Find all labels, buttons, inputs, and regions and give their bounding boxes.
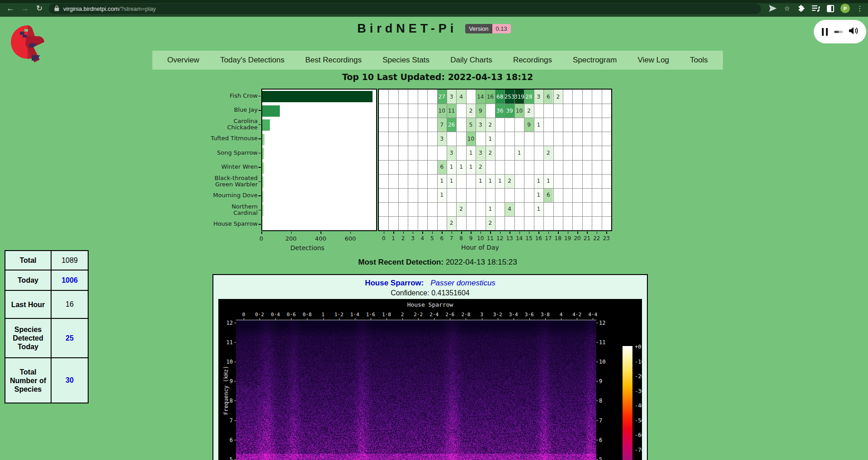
stats-value[interactable]: 1006 [51, 270, 88, 290]
nav-item-tools[interactable]: Tools [690, 56, 708, 65]
hour-label-1: 1 [392, 235, 395, 242]
stats-value[interactable]: 25 [51, 318, 88, 358]
spectro-time-tick-20 [561, 318, 561, 320]
heatmap-hline [379, 174, 611, 175]
spectro-freq-label-left-9: 9 [222, 378, 233, 384]
spectrogram-image: House Sparrow Frequency (kHz) 00·20·40·6… [218, 299, 642, 460]
bar-3 [262, 134, 264, 145]
nav-item-daily-charts[interactable]: Daily Charts [450, 56, 492, 65]
window-top-strip [0, 0, 868, 3]
heatmap-cell-r6-h12: 1 [495, 174, 505, 188]
nav-item-best-recordings[interactable]: Best Recordings [305, 56, 362, 65]
spectro-time-label-19: 3·8 [541, 312, 550, 318]
spectro-time-tick-4 [307, 318, 307, 320]
stats-row-today: Today1006 [5, 270, 88, 290]
heatmap-cell-r0-h16: 3 [534, 90, 543, 104]
spectro-time-tick-10 [402, 318, 403, 320]
reload-icon[interactable]: ↻ [34, 4, 44, 13]
stats-value[interactable]: 30 [51, 358, 88, 403]
spectro-time-label-4: 0·8 [302, 312, 311, 318]
species-tick-1 [259, 110, 261, 111]
version-value: 0.13 [492, 24, 511, 33]
spectro-freq-label-left-8: 8 [222, 398, 233, 404]
stats-row-total: Total1089 [5, 251, 88, 270]
heatmap-cell-r2-h6: 7 [437, 118, 447, 132]
spectro-time-tick-1 [259, 318, 260, 320]
hour-tick-10 [481, 232, 481, 234]
species-common-link[interactable]: House Sparrow: [365, 279, 424, 287]
nav-item-overview[interactable]: Overview [167, 56, 199, 65]
spectro-time-tick-13 [450, 318, 450, 320]
species-latin-link[interactable]: Passer domesticus [430, 279, 495, 287]
heatmap-cell-r8-h11: 1 [486, 202, 495, 216]
heatmap-cell-r1-h15: 2 [524, 104, 533, 118]
spectro-time-tick-16 [498, 318, 498, 320]
extensions-puzzle-icon[interactable] [797, 4, 806, 13]
hour-label-5: 5 [430, 235, 434, 242]
spectro-time-tick-21 [577, 318, 577, 320]
bar-5 [262, 162, 264, 174]
audio-seek-slider[interactable] [834, 31, 843, 33]
spectro-freq-label-right-10: 10 [599, 359, 610, 365]
spectro-time-tick-8 [371, 318, 371, 320]
speaker-icon[interactable] [849, 27, 858, 37]
profile-avatar[interactable]: P [840, 4, 850, 13]
bar-1 [262, 105, 280, 117]
bar-xtick-0 [261, 232, 262, 234]
heatmap-cell-r6-h6: 1 [437, 174, 447, 188]
spectro-db-label-0: +0 [635, 344, 641, 350]
side-panel-icon[interactable] [826, 4, 835, 13]
spectro-freq-label-right-8: 8 [599, 398, 610, 404]
nav-item-spectrogram[interactable]: Spectrogram [573, 56, 617, 65]
spectro-time-tick-14 [466, 318, 466, 320]
bookmark-star-icon[interactable]: ☆ [783, 4, 792, 13]
spectro-freq-label-left-6: 6 [222, 437, 233, 443]
heatmap-cell-r4-h7: 3 [447, 146, 456, 160]
menu-dots-icon[interactable]: ⋮ [855, 4, 864, 13]
nav-item-today-s-detections[interactable]: Today's Detections [220, 56, 284, 65]
hour-label-4: 4 [421, 235, 425, 242]
audio-player[interactable] [814, 20, 866, 43]
hour-tick-17 [548, 232, 549, 234]
spectro-time-tick-7 [355, 318, 355, 320]
spectro-time-label-3: 0·6 [287, 312, 296, 318]
hour-label-17: 17 [545, 235, 552, 242]
spectro-freq-label-right-9: 9 [599, 378, 610, 384]
lock-icon [54, 5, 59, 13]
nav-item-species-stats[interactable]: Species Stats [382, 56, 429, 65]
detection-title: House Sparrow: Passer domesticus [213, 279, 647, 288]
hour-label-18: 18 [555, 235, 561, 242]
spectro-time-label-21: 4·2 [572, 312, 581, 318]
spectro-db-label-3: -30 [635, 388, 645, 394]
pause-icon[interactable] [822, 28, 828, 36]
bar-xtick-label-200: 200 [285, 235, 297, 242]
species-tick-4 [259, 153, 261, 154]
spectro-time-tick-11 [418, 318, 419, 320]
hour-label-15: 15 [525, 235, 532, 242]
species-label-3: Tufted Titmouse [190, 135, 258, 142]
nav-item-recordings[interactable]: Recordings [513, 56, 552, 65]
bar-8 [262, 205, 264, 216]
species-label-1: Blue Jay [190, 107, 258, 113]
spectro-freq-label-left-5: 5 [222, 456, 233, 460]
hour-tick-15 [529, 232, 530, 234]
hour-label-23: 23 [603, 235, 610, 242]
playlist-extension-icon[interactable] [811, 4, 821, 13]
hour-tick-5 [432, 232, 433, 234]
forward-icon[interactable]: → [20, 4, 30, 13]
heatmap-cell-r2-h15: 9 [524, 118, 533, 132]
spectro-time-label-10: 2 [401, 312, 404, 318]
bar-0 [262, 91, 373, 102]
spectro-time-label-13: 2·6 [445, 312, 454, 318]
species-tick-7 [259, 195, 261, 196]
nav-item-view-log[interactable]: View Log [637, 56, 669, 65]
address-bar[interactable]: virginia.birdnetpi.com/?stream=play [49, 4, 761, 14]
bar-xtick-600 [350, 232, 351, 234]
spectro-freq-tick-right-8 [596, 401, 598, 401]
heatmap-cell-r1-h6: 10 [437, 104, 447, 118]
heatmap-cell-r6-h10: 1 [476, 174, 485, 188]
spectro-freq-label-right-7: 7 [599, 417, 610, 424]
spectro-time-label-8: 1·6 [366, 312, 375, 318]
send-icon[interactable] [768, 4, 777, 13]
back-icon[interactable]: ← [5, 4, 15, 13]
